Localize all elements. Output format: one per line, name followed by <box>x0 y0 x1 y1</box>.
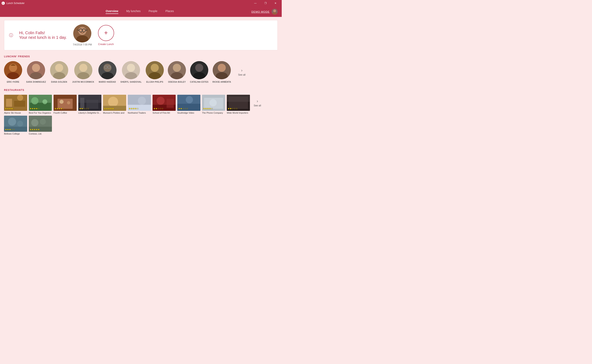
svg-point-45 <box>17 95 23 101</box>
friend-item[interactable]: SARA DOMINGUEZ <box>26 61 46 83</box>
friend-item[interactable]: CATALINA ESTES <box>190 61 209 83</box>
svg-point-17 <box>55 64 63 72</box>
restaurant-name: Contoso, Ltd. <box>29 133 52 135</box>
friend-avatar <box>74 61 92 79</box>
friend-item[interactable]: JUSTIN MCCORMICK <box>72 61 94 83</box>
restaurant-stars: ★★☆☆☆ <box>79 107 89 110</box>
svg-point-83 <box>40 119 46 125</box>
friends-see-all-label: See all <box>238 73 245 76</box>
restaurant-item[interactable]: ★★★☆☆ Bellows College <box>4 116 27 135</box>
restaurant-image: ★★★★☆ <box>29 95 52 111</box>
friend-name: DANA GOLDEN <box>51 81 67 83</box>
restaurant-item[interactable]: ★★☆☆☆ Liberty's Delightful Sinful <box>78 95 101 114</box>
svg-point-82 <box>31 119 39 126</box>
chevron-right-icon: › <box>257 99 258 103</box>
create-lunch-button[interactable]: + Create Lunch <box>98 25 114 46</box>
restaurants-section: RESTAURANTS ★★★★☆ <box>4 89 278 136</box>
restore-button[interactable]: ❐ <box>261 0 270 6</box>
greeting-text: Hi, Colin Falls! Your next lunch is in 1… <box>19 31 67 40</box>
restaurant-item[interactable]: ★★★★★ Munson's Pickles and <box>103 95 126 114</box>
restaurant-name: Liberty's Delightful Sinful <box>78 112 101 114</box>
restaurant-stars: ★★☆☆☆ <box>178 107 188 110</box>
app-title: Lunch Scheduler <box>7 2 25 5</box>
restaurant-stars: ★★★★☆ <box>129 107 139 110</box>
svg-point-66 <box>157 97 164 105</box>
restaurants-see-all-label: See all <box>254 104 261 107</box>
friend-name: MARIO HADDAD <box>99 81 116 83</box>
svg-point-0 <box>273 9 276 12</box>
restaurant-stars: ★★★★☆ <box>203 107 213 110</box>
friend-item[interactable]: MARIO HADDAD <box>99 61 117 83</box>
restaurant-stars: ★★★★☆ <box>5 107 15 110</box>
friend-name: ODESSA BAILEY <box>168 81 186 83</box>
svg-point-20 <box>79 64 87 72</box>
restaurant-item[interactable]: ★★★★☆ Alpine Ski House <box>4 95 27 114</box>
restaurants-row-1: ★★★★☆ Alpine Ski House ★★★★ <box>4 95 250 114</box>
create-lunch-label: Create Lunch <box>98 43 114 46</box>
restaurant-item[interactable]: ★★★★★ Contoso, Ltd. <box>29 116 52 135</box>
restaurant-image: ★★☆☆☆ <box>78 95 101 111</box>
friend-avatar <box>213 61 231 79</box>
restaurant-item[interactable]: ★★★★☆ Northwind Traders <box>128 95 151 114</box>
svg-point-31 <box>151 64 159 72</box>
restaurant-image: ★★★★☆ <box>128 95 151 111</box>
friend-item[interactable]: DANA GOLDEN <box>50 61 68 83</box>
create-lunch-circle-icon: + <box>98 25 114 41</box>
friend-name: CATALINA ESTES <box>190 81 209 83</box>
restaurant-item[interactable]: ★★☆☆☆ Wide World Importers <box>227 95 250 114</box>
tab-places[interactable]: Places <box>165 9 174 14</box>
svg-point-52 <box>59 100 64 104</box>
restaurants-see-all-button[interactable]: › See all <box>252 99 262 107</box>
tab-my-lunches[interactable]: My lunches <box>126 9 141 14</box>
tab-overview[interactable]: Overview <box>106 9 118 14</box>
svg-point-14 <box>32 64 40 72</box>
friend-avatar <box>4 61 22 79</box>
friend-name: ELIJAH PHILIPS <box>146 81 163 83</box>
restaurant-item[interactable]: ★★☆☆☆ School of Fine Art <box>152 95 176 114</box>
restaurant-name: School of Fine Art <box>152 112 176 114</box>
restaurant-name: Bellows College <box>4 133 27 135</box>
nav-right: DEMO MODE <box>251 9 278 15</box>
restaurant-image: ★★★★★ <box>29 116 52 132</box>
titlebar: L Lunch Scheduler — ❐ ✕ <box>0 0 282 6</box>
friend-item[interactable]: ERIC FIORE <box>4 61 22 83</box>
svg-point-59 <box>108 97 118 107</box>
restaurant-stars: ★★☆☆☆ <box>153 107 163 110</box>
friend-name: SARA DOMINGUEZ <box>26 81 46 83</box>
app-logo: L <box>2 2 5 5</box>
svg-rect-67 <box>167 99 174 108</box>
chevron-right-icon: › <box>241 68 243 73</box>
svg-point-48 <box>31 97 39 104</box>
minimize-button[interactable]: — <box>251 0 260 6</box>
demo-mode-link[interactable]: DEMO MODE <box>251 10 270 13</box>
svg-point-63 <box>138 97 146 105</box>
friend-avatar <box>190 61 208 79</box>
friend-item[interactable]: ELIJAH PHILIPS <box>146 61 164 83</box>
friend-avatar <box>146 61 164 79</box>
restaurant-name: Munson's Pickles and <box>103 112 126 114</box>
restaurant-image: ★★☆☆☆ <box>152 95 176 111</box>
friend-name: ERIC FIORE <box>7 81 19 83</box>
friend-item[interactable]: SHERYL SANDOVAL <box>120 61 142 83</box>
greeting-hi: Hi, Colin Falls! <box>19 31 67 35</box>
close-button[interactable]: ✕ <box>271 0 280 6</box>
restaurant-name: Alpine Ski House <box>4 112 27 114</box>
restaurant-stars: ★★★★☆ <box>54 107 64 110</box>
restaurant-image: ★★★★☆ <box>53 95 77 111</box>
restaurant-name: Northwind Traders <box>128 112 151 114</box>
restaurant-item[interactable]: ★★★★☆ The Phone Company <box>202 95 225 114</box>
friend-item[interactable]: ODESSA BAILEY <box>168 61 186 83</box>
restaurant-image: ★★★★☆ <box>4 95 27 111</box>
svg-point-34 <box>173 64 181 72</box>
friend-name: SHERYL SANDOVAL <box>120 81 142 83</box>
friends-see-all-button[interactable]: › See all <box>237 68 247 76</box>
tab-people[interactable]: People <box>149 9 157 14</box>
friend-item[interactable]: RICKIE ARMENTA <box>212 61 231 83</box>
restaurant-item[interactable]: ★★★★☆ Best For You Organics <box>29 95 52 114</box>
restaurant-item[interactable]: ★★★★☆ Fourth Coffee <box>53 95 77 114</box>
svg-point-78 <box>8 118 16 126</box>
restaurant-name: Best For You Organics <box>29 112 52 114</box>
svg-point-49 <box>42 99 47 104</box>
svg-point-1 <box>272 12 277 15</box>
restaurant-item[interactable]: ★★☆☆☆ Southridge Video <box>177 95 200 114</box>
